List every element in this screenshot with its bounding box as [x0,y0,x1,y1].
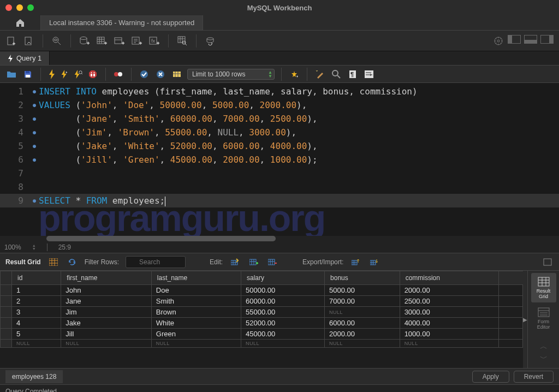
new-proc-icon[interactable] [131,35,143,47]
chevron-up-icon[interactable]: ︿ [540,342,548,352]
settings-icon[interactable] [492,35,504,47]
svg-rect-31 [49,258,58,266]
result-grid[interactable]: idfirst_namelast_namesalarybonuscommissi… [0,271,523,368]
new-table-icon[interactable] [96,35,108,47]
rollback-icon[interactable] [154,68,166,80]
svg-point-23 [118,72,122,76]
limit-rows-select[interactable]: Limit to 1000 rows ▲▼ [187,69,275,80]
svg-rect-37 [544,259,551,265]
add-row-icon[interactable] [248,256,260,268]
open-file-icon[interactable] [5,68,17,80]
filter-rows-label: Filter Rows: [85,258,119,266]
reconnect-icon[interactable] [204,35,216,47]
side-result-grid-label: Result Grid [537,288,551,299]
query-tab[interactable]: Query 1 [0,51,50,65]
grid-view-icon[interactable] [47,256,60,268]
side-form-editor-label: Form Editor [537,319,550,330]
filter-rows-input[interactable] [126,256,186,268]
new-row[interactable]: NULLNULLNULLNULLNULLNULL [1,340,523,348]
home-tab[interactable] [0,15,41,30]
svg-point-24 [140,70,148,78]
window-title: MySQL Workbench [247,4,312,12]
result-toolbar: Result Grid Filter Rows: ⌕ Edit: Export/… [0,253,559,271]
delete-row-icon[interactable] [266,256,278,268]
panel-toggle-right[interactable] [540,35,554,44]
refresh-icon[interactable] [66,256,78,268]
svg-point-20 [91,72,92,73]
window-minimize-button[interactable] [16,4,23,11]
new-func-icon[interactable]: fx [148,35,160,47]
sql-editor[interactable]: 1●INSERT INTO employees (first_name, las… [0,83,559,236]
panel-toggle-bottom[interactable] [524,35,537,44]
query-tab-label: Query 1 [16,54,41,62]
stop-icon[interactable] [87,68,99,80]
new-view-icon[interactable] [114,35,126,47]
search-table-icon[interactable] [176,35,188,47]
table-row[interactable]: 4JakeWhite52000.006000.004000.00 [1,318,523,329]
zoom-arrows-icon[interactable]: ▲▼ [32,244,36,251]
connection-tab[interactable]: Local instance 3306 - Warning - not supp… [41,15,203,30]
inspector-icon[interactable] [51,35,63,47]
edit-row-icon[interactable] [229,256,241,268]
svg-point-12 [207,38,213,40]
connection-tab-bar: Local instance 3306 - Warning - not supp… [0,15,559,31]
beautify-query-icon[interactable] [314,68,326,80]
svg-rect-18 [91,74,92,76]
svg-point-4 [80,37,87,39]
commit-icon[interactable] [138,68,150,80]
beautify-icon[interactable] [288,68,300,80]
result-tab-bar: employees 128 Apply Revert [0,368,559,384]
open-sql-icon[interactable] [23,35,35,47]
result-pane: Result Grid Filter Rows: ⌕ Edit: Export/… [0,253,559,384]
side-result-grid[interactable]: Result Grid [531,273,556,302]
zoom-level[interactable]: 100% [4,243,21,251]
word-wrap-icon[interactable] [363,68,375,80]
toggle-limit-icon[interactable] [171,68,183,80]
editor-horizontal-scrollbar[interactable] [0,236,559,241]
svg-rect-16 [26,75,30,78]
svg-rect-38 [538,277,549,286]
editor-status-bar: 100% ▲▼ 25:9 [0,241,559,253]
new-schema-icon[interactable] [79,35,91,47]
wrap-cell-icon[interactable] [542,256,554,268]
window-maximize-button[interactable] [27,4,34,11]
save-icon[interactable] [22,68,34,80]
execute-current-icon[interactable] [61,70,69,79]
svg-rect-19 [93,74,95,76]
table-row[interactable]: 2JaneSmith60000.007000.002500.00 [1,296,523,307]
svg-point-22 [114,72,118,76]
table-row[interactable]: 3JimBrown55000.00NULL3000.00 [1,307,523,318]
execute-icon[interactable] [47,70,56,79]
svg-rect-15 [26,71,29,73]
side-nav-chevrons[interactable]: ︿ ﹀ [540,342,548,368]
window-close-button[interactable] [5,4,12,11]
find-icon[interactable] [330,68,342,80]
svg-point-3 [54,39,57,40]
grid-icon [537,276,550,287]
panel-toggle-left[interactable] [508,35,521,44]
result-tab[interactable]: employees 128 [5,370,63,383]
side-form-editor[interactable]: Form Editor [531,304,556,333]
svg-text:fx: fx [151,38,156,44]
limit-selected-value: Limit to 1000 rows [192,70,245,78]
table-row[interactable]: 1JohnDoe50000.005000.002000.00 [1,285,523,296]
title-bar: MySQL Workbench [0,0,559,15]
import-icon[interactable] [368,256,380,268]
result-side-panel: Result Grid Form Editor ︿ ﹀ [527,271,559,368]
svg-rect-10 [178,37,185,43]
explain-icon[interactable] [74,70,82,79]
apply-button[interactable]: Apply [472,371,509,383]
svg-rect-33 [249,259,256,265]
invisible-chars-icon[interactable]: ¶ [347,68,359,80]
query-tab-bar: Query 1 [0,51,559,66]
lightning-icon [8,55,13,62]
revert-button[interactable]: Revert [514,371,554,383]
toggle-autocommit-icon[interactable] [112,68,124,80]
svg-point-14 [497,40,499,42]
panel-collapse-arrow[interactable]: ▶ [523,271,527,368]
svg-rect-6 [115,38,122,44]
new-sql-tab-icon[interactable] [5,35,17,47]
export-icon[interactable] [350,256,362,268]
chevron-down-icon[interactable]: ﹀ [540,354,548,364]
table-row[interactable]: 5JillGreen45000.002000.001000.00 [1,329,523,340]
